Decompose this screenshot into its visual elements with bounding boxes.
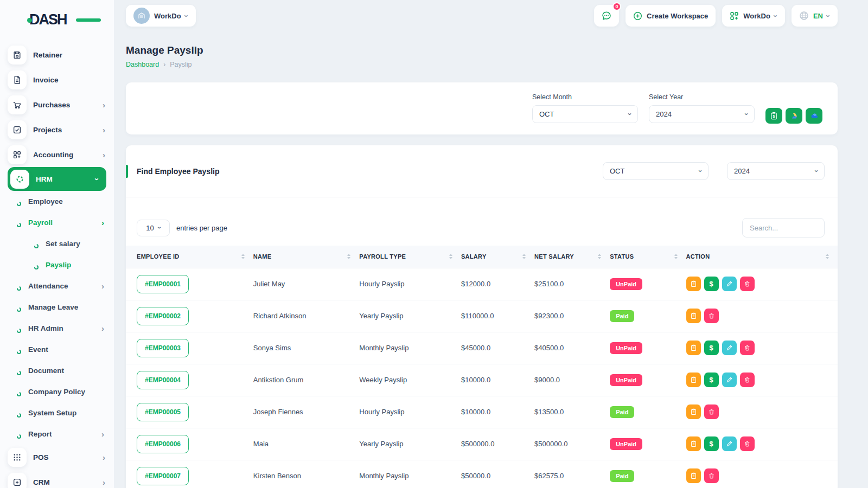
sidebar-item-pos[interactable]: POS› [0,445,114,470]
breadcrumb-dashboard-link[interactable]: Dashboard [126,61,159,68]
column-header-salary[interactable]: SALARY [461,246,534,268]
employee-id-button[interactable]: #EMP00007 [137,467,189,485]
bulk-payslip-button[interactable]: $ [765,108,782,124]
employee-name: Sonya Sims [253,332,359,364]
column-header-status[interactable]: STATUS [610,246,686,268]
sidebar-item-company-policy[interactable]: Company Policy [0,381,114,402]
pay-button[interactable]: $ [704,436,719,451]
status-badge: UnPaid [610,278,642,290]
sidebar-item-attendance[interactable]: Attendance› [0,275,114,297]
delete-button[interactable] [740,373,755,387]
net-salary-value: $13500.0 [534,396,610,428]
workspace-switcher[interactable]: WorkDo › [126,5,196,27]
bullet-icon [16,305,22,310]
sidebar-item-manage-leave[interactable]: Manage Leave [0,297,114,318]
payslip-button[interactable] [686,277,701,291]
table-controls: 10 › entries per page [126,197,838,246]
payslip-button[interactable] [686,373,701,387]
column-header-employee-id[interactable]: EMPLOYEE ID [126,246,253,268]
delete-button[interactable] [704,404,719,419]
employee-id-button[interactable]: #EMP00002 [137,307,189,325]
delete-button[interactable] [704,309,719,323]
year-select[interactable]: 2024 › [649,105,755,123]
edit-button[interactable] [722,341,737,355]
sort-icons[interactable] [674,254,678,259]
onedrive-button[interactable] [806,108,822,124]
payslip-button[interactable] [686,341,701,355]
sidebar-item-employee[interactable]: Employee [0,191,114,212]
create-workspace-button[interactable]: Create Workspace [626,5,716,27]
entries-per-page-select[interactable]: 10 › [137,220,170,236]
column-header-action[interactable]: ACTION [686,246,838,268]
sort-icons[interactable] [347,254,350,259]
column-header-net-salary[interactable]: NET SALARY [534,246,610,268]
sidebar-item-payslip[interactable]: Payslip [0,254,114,275]
sidebar-item-retainer[interactable]: Retainer [0,42,114,67]
delete-button[interactable] [704,468,719,483]
payslip-icon [690,408,697,415]
search-input[interactable] [742,218,825,237]
sidebar-item-purchases[interactable]: Purchases› [0,92,114,117]
column-header-name[interactable]: NAME [253,246,359,268]
pencil-icon [726,440,733,447]
sort-icons[interactable] [598,254,601,259]
select-month-label: Select Month [532,93,638,101]
payslip-button[interactable] [686,436,701,451]
sidebar-item-label: Projects [33,126,103,134]
sort-icons[interactable] [241,254,245,259]
sidebar-item-set-salary[interactable]: Set salary [0,233,114,254]
delete-button[interactable] [740,341,755,355]
payslip-button[interactable] [686,309,701,323]
chevron-down-icon: › [813,170,820,172]
sidebar-item-accounting[interactable]: Accounting› [0,142,114,167]
table-row: #EMP00007Kirsten BensonMonthly Payslip$5… [126,460,838,488]
employee-id-button[interactable]: #EMP00004 [137,371,189,389]
sidebar-item-system-setup[interactable]: System Setup [0,402,114,423]
employee-id-button[interactable]: #EMP00006 [137,435,189,453]
brand-logo[interactable]: DASH [29,11,89,28]
net-salary-value: $92300.0 [534,300,610,332]
google-drive-button[interactable] [786,108,802,124]
sidebar-item-label: Document [28,367,104,375]
building-icon [137,11,146,20]
sidebar-item-invoice[interactable]: Invoice [0,67,114,92]
sort-icons[interactable] [449,254,452,259]
sidebar-item-projects[interactable]: Projects› [0,117,114,142]
delete-button[interactable] [740,436,755,451]
onedrive-cloud-icon [810,112,818,120]
delete-button[interactable] [740,277,755,291]
payslip-button[interactable] [686,468,701,483]
chevron-right-icon: › [103,101,105,109]
sidebar-item-report[interactable]: Report› [0,423,114,445]
edit-button[interactable] [722,436,737,451]
edit-button[interactable] [722,373,737,387]
pay-button[interactable]: $ [704,341,719,355]
sidebar-item-document[interactable]: Document [0,360,114,381]
workdo-menu-button[interactable]: WorkDo › [722,5,785,27]
pay-button[interactable]: $ [704,373,719,387]
column-header-payroll-type[interactable]: PAYROLL TYPE [359,246,461,268]
sidebar-item-hr-admin[interactable]: HR Admin› [0,318,114,339]
employee-id-button[interactable]: #EMP00001 [137,275,189,293]
employee-id-button[interactable]: #EMP00005 [137,403,189,421]
language-selector[interactable]: EN › [792,5,838,27]
sidebar-item-payroll[interactable]: Payroll› [0,212,114,233]
trash-icon [744,280,751,287]
sidebar-item-event[interactable]: Event [0,339,114,360]
messenger-button[interactable]: 0 [594,5,619,27]
find-month-select[interactable]: OCT › [603,162,709,180]
month-select[interactable]: OCT › [532,105,638,123]
app-window: DASH RetainerInvoicePurchases›Projects›A… [0,0,868,488]
employee-id-button[interactable]: #EMP00003 [137,339,189,357]
chevron-down-icon: › [743,113,750,115]
notification-badge: 0 [612,2,621,11]
sidebar-item-crm[interactable]: CRM› [0,470,114,488]
row-actions [686,468,838,483]
payslip-button[interactable] [686,404,701,419]
find-year-select[interactable]: 2024 › [727,162,825,180]
sort-icons[interactable] [522,254,526,259]
pay-button[interactable]: $ [704,277,719,291]
edit-button[interactable] [722,277,737,291]
sidebar-item-hrm[interactable]: HRM› [8,167,106,191]
sort-icons[interactable] [826,254,829,259]
